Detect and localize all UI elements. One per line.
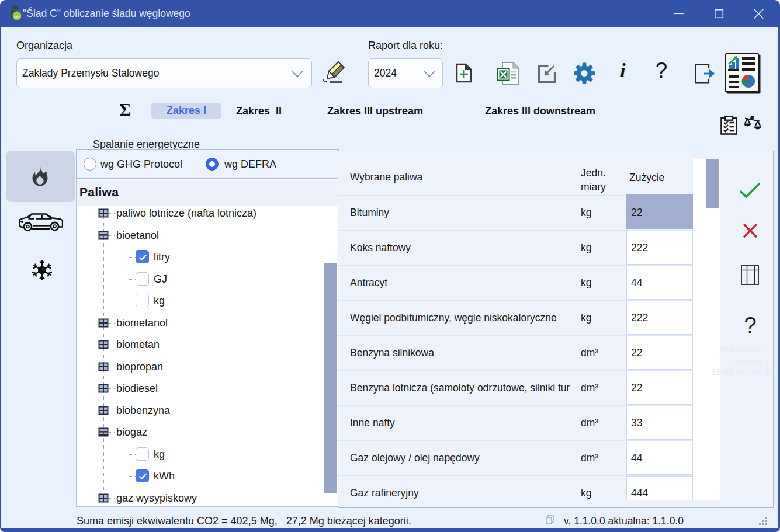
svg-text:co₂: co₂ xyxy=(14,15,20,18)
